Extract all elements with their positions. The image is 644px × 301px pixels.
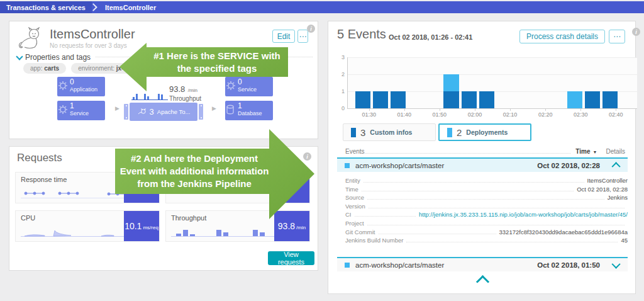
annotation-text: #1 Here is the SERVICE with	[148, 50, 286, 62]
event-bar-deployment[interactable]	[443, 74, 458, 91]
event-bar-custom_info[interactable]	[479, 91, 494, 108]
deployment-marker-icon	[447, 128, 452, 137]
x-axis-label: 01:40	[395, 111, 414, 118]
cpu-sparkline	[21, 225, 125, 239]
event-bar-custom_info[interactable]	[373, 91, 388, 108]
annotation-text: from the Jenkins Pipeline	[119, 178, 270, 190]
gear-icon	[226, 81, 236, 93]
event-bar-custom_info[interactable]	[585, 91, 600, 108]
flow-handle-left	[124, 104, 128, 120]
event-bar-custom_info[interactable]	[443, 91, 458, 108]
breadcrumb-item-itemscontroller[interactable]: ItemsController	[99, 1, 162, 13]
properties-label[interactable]: Properties and tags	[25, 53, 91, 62]
sort-caret-icon[interactable]: ▼	[592, 150, 597, 154]
flow-box-applications[interactable]: 0 Application	[57, 77, 105, 96]
flow-box-databases[interactable]: 1 Database	[225, 101, 273, 120]
events-column-header[interactable]: Events	[345, 148, 365, 155]
events-more-button[interactable]: ⋯	[609, 30, 625, 43]
annotation-text: #2 And here the Deployment	[119, 152, 270, 165]
event-row-deployment-0150[interactable]: acm-workshop/carts/master Oct 02 2018, 0…	[337, 257, 628, 271]
detail-label: Project	[345, 220, 364, 227]
collapse-panel-chevron-icon[interactable]	[476, 275, 489, 288]
events-info-icon[interactable]: i	[632, 28, 640, 36]
flow-throughput-sparkline	[131, 88, 168, 101]
events-card: 5 Events Oct 02 2018, 01:26 - 02:41 Proc…	[328, 21, 636, 294]
throughput-sparkline	[171, 225, 275, 239]
service-card: ItemsController No requests for over 3 d…	[9, 21, 318, 139]
gear-icon	[58, 105, 68, 117]
event-details: EntityItemsController TimeOct 02 2018, 0…	[345, 177, 628, 246]
y-axis-label: 0	[337, 105, 345, 111]
flow-throughput: 93.8 /min Throughput	[169, 83, 201, 102]
detail-label: Source	[345, 194, 364, 201]
tile-value: 10.1	[125, 221, 142, 231]
event-bar-custom_info[interactable]	[462, 91, 477, 108]
chevron-down-icon[interactable]	[612, 259, 621, 268]
flow-label: Apache To...	[157, 108, 191, 115]
events-table-header: Events Time ▼ Details	[345, 148, 625, 156]
view-requests-button[interactable]: View requests	[268, 251, 314, 265]
flow-label: Service	[238, 86, 269, 93]
flow-count: 1	[238, 102, 269, 110]
flow-label: Application	[70, 86, 101, 93]
tile-unit: /min	[296, 225, 306, 230]
service-info-icon[interactable]: i	[307, 25, 315, 33]
y-axis-label: 1	[337, 88, 345, 94]
tab-label: Deployments	[466, 128, 508, 136]
chevron-down-icon	[16, 53, 23, 60]
annotation-text: the specified tags	[148, 62, 286, 75]
requests-title: Requests	[17, 152, 62, 164]
tile-cpu[interactable]: CPU 10.1 ms/req	[15, 210, 160, 242]
tile-value-box: 10.1 ms/req	[124, 211, 159, 241]
x-axis-label: 02:10	[501, 111, 519, 118]
flow-arrow-icon: ▶	[212, 105, 216, 111]
detail-label: Version	[345, 203, 365, 210]
event-row-deployment-0228[interactable]: acm-workshop/carts/master Oct 02 2018, 0…	[337, 157, 628, 172]
x-axis-label: 02:40	[606, 111, 625, 118]
flow-box-services-right[interactable]: 0 Service	[225, 77, 273, 96]
service-title: ItemsController	[50, 27, 135, 42]
detail-label: Time	[345, 186, 358, 193]
y-axis-label: 3	[337, 54, 345, 60]
time-column-header[interactable]: Time	[575, 148, 590, 155]
tab-custom-infos[interactable]: 3 Custom infos	[343, 123, 436, 141]
events-time-range: Oct 02 2018, 01:26 - 02:41	[389, 33, 472, 41]
event-name: acm-workshop/carts/master	[355, 162, 444, 169]
tab-label: Custom infos	[370, 128, 412, 136]
detail-label: Git Commit	[345, 229, 375, 236]
detail-value: ItemsController	[587, 177, 628, 184]
database-icon	[226, 105, 235, 117]
ci-link[interactable]: http://jenkins.jx.35.233.15.115.nip.io/j…	[419, 211, 628, 218]
x-axis-label: 01:30	[360, 111, 379, 118]
flow-count: 3	[150, 107, 154, 116]
process-crash-details-button[interactable]: Process crash details	[519, 30, 605, 43]
breadcrumb-item-transactions[interactable]: Transactions & services	[0, 1, 92, 13]
service-more-button[interactable]: ⋯	[297, 30, 308, 43]
tag-app[interactable]: app: carts	[23, 63, 66, 74]
flow-arrow-icon: ▶	[115, 105, 119, 111]
detail-label: Entity	[345, 177, 360, 184]
tag-key: environment:	[78, 65, 114, 72]
detail-value: 332172fc8f320430dd9dacaebac65ddd1e96684a	[499, 229, 628, 236]
tab-deployments[interactable]: 2 Deployments	[438, 123, 531, 141]
flow-label: Database	[238, 110, 269, 116]
annotation-text: Event with additional information	[119, 165, 270, 178]
chevron-up-icon[interactable]	[612, 162, 621, 171]
event-bar-custom_info[interactable]	[355, 91, 370, 108]
requests-info-icon[interactable]: i	[303, 152, 311, 161]
event-bar-custom_info[interactable]	[602, 91, 618, 108]
x-axis-label: 02:30	[571, 111, 590, 118]
flow-box-apache-tomcat[interactable]: 3 Apache To...	[130, 103, 197, 121]
detail-value: 45	[621, 237, 628, 244]
event-name: acm-workshop/carts/master	[355, 261, 444, 269]
flow-box-services-left[interactable]: 1 Service	[57, 101, 105, 120]
event-bar-deployment[interactable]	[567, 91, 582, 108]
event-bar-custom_info[interactable]	[391, 91, 406, 108]
flow-count: 0	[238, 78, 269, 86]
tag-key: app:	[30, 65, 42, 72]
edit-button[interactable]: Edit	[272, 30, 295, 43]
tile-throughput[interactable]: Throughput 93.8 /min	[165, 210, 310, 242]
throughput-unit: /min	[188, 88, 197, 93]
divider	[365, 152, 571, 154]
events-title: 5 Events	[337, 27, 386, 42]
